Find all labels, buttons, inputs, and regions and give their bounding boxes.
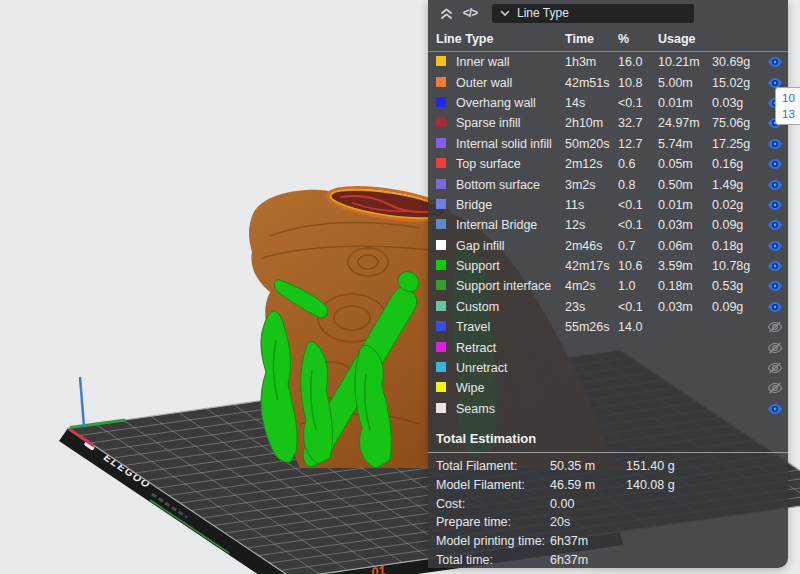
estimation-row: Prepare time: 20s (428, 513, 788, 532)
line-type-color-swatch (436, 301, 446, 311)
estimation-row: Cost: 0.00 (428, 494, 788, 513)
col-header-percent: % (618, 32, 658, 46)
line-type-color-swatch (436, 342, 446, 352)
line-type-row: Bottom surface 3m2s 0.8 0.50m 1.49g (428, 174, 788, 194)
line-type-color-swatch (436, 138, 446, 148)
line-type-label: Overhang wall (456, 96, 565, 110)
line-type-row: Bridge 11s <0.1 0.01m 0.02g (428, 195, 788, 215)
line-type-color-swatch (436, 321, 446, 331)
line-type-label: Seams (456, 402, 565, 416)
line-type-row: Internal Bridge 12s <0.1 0.03m 0.09g (428, 215, 788, 235)
line-type-color-swatch (436, 56, 446, 66)
line-type-row: Inner wall 1h3m 16.0 10.21m 30.69g (428, 52, 788, 72)
visibility-eye-icon[interactable] (765, 138, 785, 150)
visibility-eye-icon[interactable] (765, 56, 785, 68)
line-type-color-swatch (436, 97, 446, 107)
line-type-row: Unretract (428, 358, 788, 378)
line-type-row: Travel 55m26s 14.0 (428, 317, 788, 337)
line-type-label: Bottom surface (456, 178, 565, 192)
estimation-row: Total Filament: 50.35 m 151.40 g (428, 457, 788, 476)
line-type-table: Inner wall 1h3m 16.0 10.21m 30.69g Outer… (428, 52, 788, 419)
line-type-label: Internal Bridge (456, 218, 565, 232)
visibility-eye-icon[interactable] (765, 240, 785, 252)
estimation-row: Model Filament: 46.59 m 140.08 g (428, 476, 788, 495)
line-type-label: Support (456, 259, 565, 273)
visibility-eye-icon[interactable] (765, 342, 785, 354)
visibility-eye-icon[interactable] (765, 280, 785, 292)
line-type-label: Support interface (456, 279, 565, 293)
table-header: Line Type Time % Usage (428, 26, 788, 52)
line-type-label: Sparse infill (456, 116, 565, 130)
line-type-row: Outer wall 42m51s 10.8 5.00m 15.02g (428, 72, 788, 92)
total-estimation: Total Estimation Total Filament: 50.35 m… (428, 429, 788, 569)
visibility-eye-icon[interactable] (765, 179, 785, 191)
line-type-color-swatch (436, 403, 446, 413)
visibility-eye-icon[interactable] (765, 158, 785, 170)
line-type-row: Retract (428, 337, 788, 357)
line-type-color-swatch (436, 199, 446, 209)
line-type-color-swatch (436, 219, 446, 229)
visibility-eye-icon[interactable] (765, 362, 785, 374)
estimation-row: Total time: 6h37m (428, 550, 788, 569)
line-type-row: Gap infill 2m46s 0.7 0.06m 0.18g (428, 236, 788, 256)
line-type-color-swatch (436, 382, 446, 392)
line-type-color-swatch (436, 280, 446, 290)
line-type-label: Wipe (456, 381, 565, 395)
line-type-color-swatch (436, 179, 446, 189)
visibility-eye-icon[interactable] (765, 301, 785, 313)
visibility-eye-icon[interactable] (765, 321, 785, 333)
axis-z-blue (80, 377, 84, 427)
line-type-label: Inner wall (456, 55, 565, 69)
line-type-color-swatch (436, 362, 446, 372)
line-type-panel: </> Line Type Line Type Time % Usage Inn… (428, 0, 788, 568)
chevron-down-icon (500, 10, 510, 17)
visibility-eye-icon[interactable] (765, 219, 785, 231)
line-type-label: Bridge (456, 198, 565, 212)
line-type-label: Retract (456, 341, 565, 355)
visibility-eye-icon[interactable] (765, 382, 785, 394)
collapse-panel-icon[interactable] (434, 3, 458, 23)
line-type-row: Custom 23s <0.1 0.03m 0.09g (428, 297, 788, 317)
view-type-value: Line Type (517, 6, 569, 20)
line-type-label: Unretract (456, 361, 565, 375)
line-type-row: Support 42m17s 10.6 3.59m 10.78g (428, 256, 788, 276)
visibility-eye-icon[interactable] (765, 260, 785, 272)
gcode-text-icon[interactable]: </> (458, 3, 482, 23)
line-type-row: Support interface 4m2s 1.0 0.18m 0.53g (428, 276, 788, 296)
line-type-row: Top surface 2m12s 0.6 0.05m 0.16g (428, 154, 788, 174)
line-type-row: Seams (428, 399, 788, 419)
panel-toolbar: </> Line Type (428, 0, 788, 26)
line-type-color-swatch (436, 240, 446, 250)
hover-tooltip: 10 13 (775, 87, 800, 125)
line-type-color-swatch (436, 117, 446, 127)
line-type-label: Travel (456, 320, 565, 334)
line-type-label: Internal solid infill (456, 137, 565, 151)
line-type-row: Internal solid infill 50m20s 12.7 5.74m … (428, 134, 788, 154)
estimation-row: Model printing time: 6h37m (428, 532, 788, 551)
line-type-row: Overhang wall 14s <0.1 0.01m 0.03g (428, 93, 788, 113)
line-type-row: Sparse infill 2h10m 32.7 24.97m 75.06g (428, 113, 788, 133)
line-type-label: Top surface (456, 157, 565, 171)
view-type-dropdown[interactable]: Line Type (492, 4, 694, 23)
line-type-label: Custom (456, 300, 565, 314)
line-type-label: Gap infill (456, 239, 565, 253)
line-type-color-swatch (436, 260, 446, 270)
line-type-label: Outer wall (456, 76, 565, 90)
line-type-row: Wipe (428, 378, 788, 398)
visibility-eye-icon[interactable] (765, 403, 785, 415)
line-type-color-swatch (436, 158, 446, 168)
visibility-eye-icon[interactable] (765, 199, 785, 211)
total-estimation-title: Total Estimation (428, 429, 788, 452)
col-header-usage: Usage (658, 32, 800, 46)
col-header-time: Time (565, 32, 618, 46)
line-type-color-swatch (436, 77, 446, 87)
col-header-line-type: Line Type (436, 32, 565, 46)
